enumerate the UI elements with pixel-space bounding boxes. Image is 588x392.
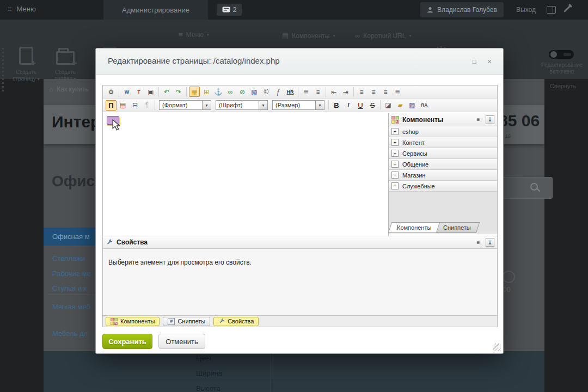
close-button[interactable]: ×	[485, 57, 494, 66]
panel-dock-icon[interactable]: ↧	[486, 115, 494, 124]
component-group-content[interactable]: + Контент	[389, 137, 497, 148]
align-justify-icon[interactable]: ≣	[392, 87, 403, 97]
toolbar-separator	[326, 87, 326, 97]
ribbon-short-url-item[interactable]: ∞ Короткий URL ▾	[355, 32, 412, 40]
topbar-menu-button[interactable]: ≡ Меню	[8, 5, 36, 13]
outdent-icon[interactable]: ⇤	[328, 87, 339, 97]
split-mode-icon[interactable]: ⊟	[130, 100, 140, 111]
panel-menu-icon[interactable]: ≡.	[476, 117, 482, 122]
align-center-icon[interactable]: ≡	[368, 87, 379, 97]
redo-icon[interactable]: ↷	[173, 87, 184, 97]
dialog-titlebar[interactable]: Редактирование страницы: /catalog/index.…	[96, 48, 503, 75]
logout-link[interactable]: Выход	[516, 6, 536, 14]
font-dropdown[interactable]: (Шрифт) ▾	[216, 100, 268, 110]
component-group-eshop[interactable]: + eshop	[389, 126, 497, 137]
paste-as-text-icon[interactable]: Т	[133, 87, 144, 97]
filter-width[interactable]: Ширина	[196, 369, 222, 378]
filter-height[interactable]: Высота	[196, 384, 220, 392]
show-components-icon[interactable]: ▦	[189, 87, 200, 97]
highlight-color-icon[interactable]: ▰	[395, 100, 406, 111]
filter-color[interactable]: Цвет	[196, 354, 212, 363]
indent-icon[interactable]: ⇥	[340, 87, 351, 97]
slider-handle[interactable]	[503, 271, 515, 283]
tab-snippets[interactable]: Сниппеты	[434, 222, 480, 233]
component-group-communication[interactable]: + Общение	[389, 159, 497, 170]
show-pilcrow-icon[interactable]: ¶	[142, 100, 152, 111]
charmap-icon[interactable]: ЯA	[419, 100, 430, 111]
expand-icon[interactable]: +	[391, 161, 399, 168]
search-icon	[530, 183, 538, 191]
sidebar-item[interactable]: Стулья и к	[52, 284, 87, 292]
panel-layout-icon[interactable]	[547, 6, 556, 14]
strikethrough-button[interactable]: S	[367, 100, 378, 111]
italic-button[interactable]: I	[343, 100, 354, 111]
panel-menu-icon[interactable]: ≡.	[476, 240, 482, 246]
tab-components[interactable]: Компоненты	[388, 222, 440, 233]
user-menu[interactable]: Владислав Голубев	[420, 2, 504, 17]
undo-icon[interactable]: ↶	[161, 87, 172, 97]
insert-hr-icon[interactable]: HR	[285, 87, 296, 97]
sidebar-item[interactable]: Стеллажи	[52, 254, 85, 262]
insert-copyright-icon[interactable]: ©	[261, 87, 272, 97]
php-mode-icon[interactable]: ▤	[118, 100, 128, 111]
component-group-utility[interactable]: + Служебные	[389, 181, 497, 192]
expand-icon[interactable]: +	[391, 139, 399, 146]
bottom-tab-properties[interactable]: Свойства	[213, 317, 259, 326]
bottom-tab-components[interactable]: 2 Компоненты	[106, 317, 160, 326]
component-group-store[interactable]: + Магазин	[389, 170, 497, 181]
expand-icon[interactable]: +	[391, 171, 399, 179]
bottom-tab-snippets[interactable]: # Сниппеты	[163, 317, 210, 326]
breadcrumb[interactable]: ⌂ Как купить	[49, 85, 89, 93]
components-mode-icon[interactable]: П	[106, 100, 117, 111]
paste-from-word-icon[interactable]: W	[121, 87, 132, 97]
sidebar-item[interactable]: Рабочие ме	[52, 270, 91, 278]
component-group-services[interactable]: + Сервисы	[389, 148, 497, 159]
resize-grip[interactable]	[493, 344, 501, 351]
insert-table-icon[interactable]: ⊞	[201, 87, 212, 97]
new-page-icon	[19, 47, 33, 65]
sidebar-item-active[interactable]: Офисная м	[44, 228, 97, 246]
align-right-icon[interactable]: ≡	[380, 87, 391, 97]
pin-icon[interactable]	[564, 5, 571, 13]
tab-administration[interactable]: Администрирование	[103, 0, 208, 20]
insert-link-icon[interactable]: ∞	[225, 87, 236, 97]
copy-format-icon[interactable]: ▨	[407, 100, 418, 111]
size-dropdown[interactable]: (Размер) ▾	[272, 100, 324, 110]
insert-image-icon[interactable]: ▧	[249, 87, 260, 97]
maximize-button[interactable]: □	[469, 57, 479, 66]
components-icon: ▤	[282, 32, 289, 40]
create-section-button[interactable]: Создать раздел ▾	[48, 47, 83, 83]
ribbon-menu-item[interactable]: ≡ Меню ▾	[179, 30, 209, 39]
underline-button[interactable]: U	[355, 100, 366, 111]
sidebar-item[interactable]: Мебель дл	[52, 329, 88, 338]
create-page-button[interactable]: Создать страницу ▾	[9, 47, 44, 83]
unordered-list-icon[interactable]: ≡	[313, 87, 323, 97]
sidebar-item[interactable]: Мягкая меб	[52, 303, 90, 311]
site-phone: 85 06	[499, 112, 540, 130]
ordered-list-icon[interactable]: ≣	[301, 87, 311, 97]
expand-icon[interactable]: +	[391, 128, 399, 135]
remove-link-icon[interactable]: ⊘	[237, 87, 248, 97]
clear-format-icon[interactable]: ◪	[383, 100, 394, 111]
ribbon-components-item[interactable]: ▤ Компоненты ▾	[282, 32, 335, 40]
notifications-button[interactable]: 2	[217, 4, 242, 16]
format-dropdown[interactable]: (Формат) ▾	[159, 100, 211, 110]
settings-icon[interactable]: ⚙	[106, 87, 117, 97]
save-button[interactable]: Сохранить	[102, 334, 152, 349]
snippet-icon: #	[168, 318, 175, 325]
collapse-panel-link[interactable]: Свернуть	[550, 83, 576, 89]
edit-mode-toggle[interactable]	[549, 50, 574, 59]
home-icon: ⌂	[49, 85, 53, 93]
expand-icon[interactable]: +	[391, 182, 399, 189]
align-left-icon[interactable]: ≡	[356, 87, 367, 97]
dropdown-arrow-icon: ▾	[333, 33, 335, 38]
insert-video-icon[interactable]: ƒ	[273, 87, 284, 97]
cancel-button[interactable]: Отменить	[158, 334, 205, 349]
expand-icon[interactable]: +	[391, 150, 399, 157]
preview-icon[interactable]: ▣	[145, 87, 156, 97]
bold-button[interactable]: B	[331, 100, 342, 111]
editor-canvas[interactable]	[103, 113, 388, 236]
insert-anchor-icon[interactable]: ⚓	[213, 87, 224, 97]
link-icon: ∞	[355, 32, 360, 40]
panel-dock-icon[interactable]: ↧	[486, 238, 494, 247]
